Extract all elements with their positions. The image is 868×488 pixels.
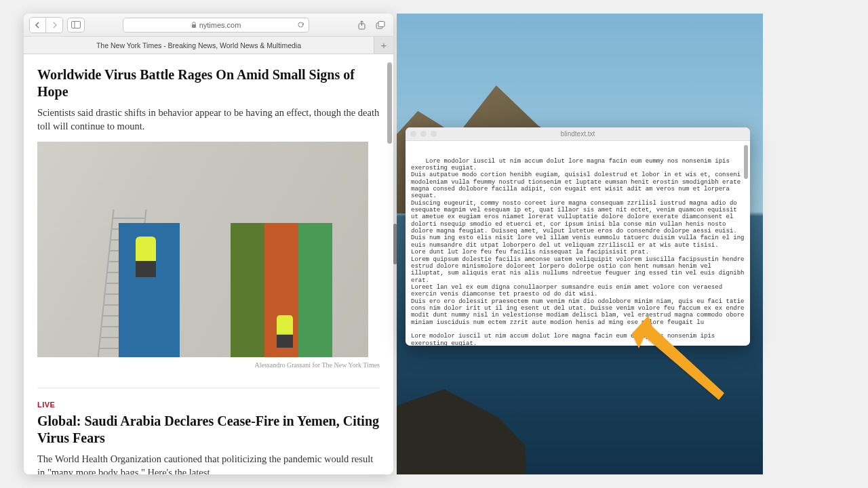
safari-toolbar: nytimes.com: [24, 14, 393, 37]
nav-group: [29, 17, 63, 33]
textedit-window: blindtext.txt Lore modolor iuscil ut nim…: [406, 127, 750, 346]
split-drag-handle[interactable]: [393, 224, 397, 264]
tabs-button[interactable]: [373, 18, 388, 33]
back-button[interactable]: [30, 18, 46, 33]
textedit-filename: blindtext.txt: [561, 130, 595, 138]
article-summary: The World Health Organization cautioned …: [37, 452, 380, 474]
address-text: nytimes.com: [199, 21, 241, 29]
article-2: LIVE Global: Saudi Arabia Declares Cease…: [37, 388, 380, 474]
svg-rect-5: [378, 21, 384, 26]
safari-window: nytimes.com The New York Times - Breakin…: [24, 14, 393, 474]
live-badge: LIVE: [37, 401, 380, 409]
zoom-button[interactable]: [431, 131, 437, 137]
lock-icon: [191, 22, 197, 28]
traffic-lights: [410, 131, 437, 137]
share-button[interactable]: [354, 18, 369, 33]
svg-rect-0: [72, 22, 81, 28]
textedit-titlebar[interactable]: blindtext.txt: [406, 127, 750, 141]
textedit-body[interactable]: Lore modolor iuscil ut nim accum dolut l…: [406, 141, 750, 346]
browser-tab[interactable]: The New York Times - Breaking News, Worl…: [24, 37, 374, 54]
textedit-content: Lore modolor iuscil ut nim accum dolut l…: [411, 158, 748, 346]
scrollbar-thumb[interactable]: [387, 62, 392, 144]
image-caption: Alessandro Grassani for The New York Tim…: [37, 361, 380, 369]
new-tab-button[interactable]: +: [374, 37, 393, 54]
tab-bar: The New York Times - Breaking News, Worl…: [24, 37, 393, 54]
article-headline[interactable]: Worldwide Virus Battle Rages On Amid Sma…: [37, 66, 380, 100]
reload-button[interactable]: [297, 21, 304, 28]
minimize-button[interactable]: [420, 131, 427, 137]
page-content[interactable]: Worldwide Virus Battle Rages On Amid Sma…: [24, 54, 393, 474]
close-button[interactable]: [410, 131, 416, 137]
tab-title: The New York Times - Breaking News, Worl…: [96, 41, 301, 49]
sidebar-toggle-button[interactable]: [67, 18, 85, 33]
forward-button[interactable]: [46, 18, 62, 33]
svg-rect-2: [192, 24, 196, 28]
article-headline[interactable]: Global: Saudi Arabia Declares Cease-Fire…: [37, 413, 380, 447]
article-1: Worldwide Virus Battle Rages On Amid Sma…: [37, 66, 380, 369]
textedit-scrollbar[interactable]: [744, 145, 748, 179]
coast-graphic: [397, 380, 526, 474]
article-image[interactable]: [37, 142, 368, 357]
article-summary: Scientists said drastic shifts in behavi…: [37, 106, 380, 134]
address-bar[interactable]: nytimes.com: [123, 18, 309, 33]
